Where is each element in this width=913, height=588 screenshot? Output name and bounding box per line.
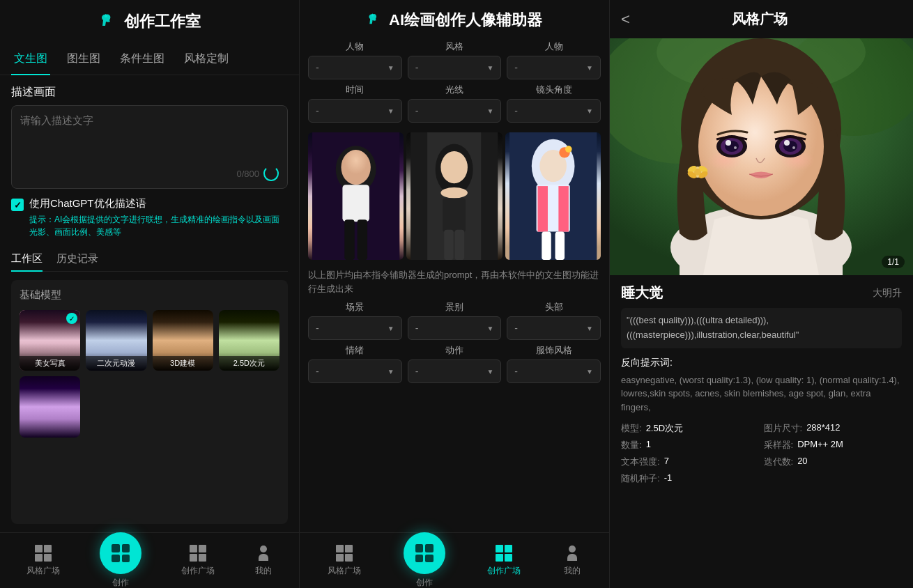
svg-point-23 [565,146,572,153]
svg-rect-5 [342,185,369,222]
panel-create-studio: 创作工作室 文生图 图生图 条件生图 风格定制 描述画面 0/800 ✓ 使用C… [0,0,300,588]
svg-point-40 [726,140,731,146]
arrow-emotion: ▼ [388,368,394,376]
chatgpt-checkbox[interactable]: ✓ [11,199,24,211]
dropdown-person2: 人物 - ▼ [507,40,601,79]
p2-nav-label-create-plaza: 创作广场 [487,565,521,577]
select-emotion[interactable]: - ▼ [308,359,402,383]
label-person1: 人物 [308,40,402,53]
fab-grid-icon [112,544,130,562]
arrow-person2: ▼ [586,64,593,72]
select-time[interactable]: - ▼ [308,99,402,123]
negative-label: 反向提示词: [621,357,902,369]
dropdown-row-1: 人物 - ▼ 风格 - ▼ 人物 - ▼ [300,40,609,79]
p2-nav-style-plaza[interactable]: 风格广场 [328,544,361,577]
select-style1[interactable]: - ▼ [408,56,502,79]
image-thumb-1[interactable] [308,132,404,260]
label-style1: 风格 [408,40,502,53]
label-scene: 场景 [308,301,402,314]
model-item-1[interactable]: 二次元动漫 [86,310,146,371]
p2-create-fab-button[interactable] [404,532,445,574]
arrow-scene: ▼ [388,325,394,332]
dropdown-row-3: 场景 - ▼ 景别 - ▼ 头部 - ▼ [300,301,609,340]
arrow-angle: ▼ [586,107,593,115]
dropdown-head: 头部 - ▼ [507,301,601,340]
p2-nav-create-plaza[interactable]: 创作广场 [487,544,521,577]
style-image-container: 1/1 [610,38,913,275]
nav-create-plaza[interactable]: 创作广场 [181,544,215,577]
select-angle[interactable]: - ▼ [507,99,601,123]
tab-text-to-image[interactable]: 文生图 [11,43,50,75]
p2-grid-icon [335,544,353,562]
dropdown-row-2: 时间 - ▼ 光线 - ▼ 镜头角度 - ▼ [300,84,609,123]
image-grid [300,127,609,265]
back-button[interactable]: < [621,10,630,29]
describe-label: 描述画面 [0,75,299,105]
svg-rect-21 [558,186,568,232]
model-label-3: 2.5D次元 [219,356,279,371]
style-info: 睡大觉 大明升 "(((best quality))),(((ultra det… [610,275,913,588]
model-item-3[interactable]: 2.5D次元 [219,310,279,371]
model-item-2[interactable]: 3D建模 [153,310,213,371]
image-thumb-2[interactable] [406,132,502,260]
dropdown-style1: 风格 - ▼ [408,40,502,79]
select-outfit[interactable]: - ▼ [507,359,601,383]
select-person1[interactable]: - ▼ [308,56,402,79]
param-steps: 迭代数: 20 [764,456,903,468]
params-grid: 模型: 2.5D次元 图片尺寸: 288*412 数量: 1 采样器: DPM+… [621,422,902,485]
panel1-header: 创作工作室 [0,0,299,43]
select-head[interactable]: - ▼ [507,316,601,340]
text-input-container: 0/800 [11,105,288,189]
model-label-0: 美女写真 [20,356,80,371]
nav-label-create-plaza: 创作广场 [181,565,215,577]
svg-rect-13 [443,198,466,231]
panel1-bottom-nav: 风格广场 创作 创作广场 [0,532,299,588]
horse-icon-2 [367,12,383,29]
label-head: 头部 [507,301,601,314]
portrait-svg [610,38,913,275]
ws-tab-workspace[interactable]: 工作区 [11,252,43,271]
model-item-4[interactable] [20,376,80,437]
describe-textarea[interactable] [20,114,279,170]
svg-rect-15 [455,230,464,260]
p2-grid-icon-2 [495,544,513,562]
tab-style-customize[interactable]: 风格定制 [181,43,231,75]
select-scene[interactable]: - ▼ [308,316,402,340]
refresh-icon[interactable] [263,166,279,181]
label-action: 动作 [408,344,502,357]
create-fab-button[interactable] [100,532,141,574]
style-prompt: "(((best quality))),(((ultra detailed)))… [621,308,902,348]
p2-nav-create-fab[interactable]: 创作 [404,532,445,588]
select-light[interactable]: - ▼ [408,99,502,123]
dropdown-angle: 镜头角度 - ▼ [507,84,601,123]
panel3-title: 风格广场 [638,10,881,29]
tab-condition-image[interactable]: 条件生图 [117,43,167,75]
select-shot[interactable]: - ▼ [408,316,502,340]
p2-nav-label-mine: 我的 [564,565,581,577]
arrow-outfit: ▼ [586,368,593,376]
nav-create-fab[interactable]: 创作 [100,532,141,588]
svg-point-41 [734,146,737,149]
svg-rect-20 [537,186,547,232]
nav-mine[interactable]: 我的 [254,544,273,577]
dropdown-shot: 景别 - ▼ [408,301,502,340]
param-size: 图片尺寸: 288*412 [764,422,903,435]
select-action[interactable]: - ▼ [408,359,502,383]
svg-point-12 [441,187,468,198]
chatgpt-label: 使用ChatGPT优化描述语 [29,197,288,210]
select-person2[interactable]: - ▼ [507,56,601,79]
image-thumb-3[interactable] [505,132,601,260]
nav-label-mine: 我的 [255,565,272,577]
ws-tab-history[interactable]: 历史记录 [56,252,98,271]
model-label-1: 二次元动漫 [86,356,146,371]
person-icon [254,544,273,562]
tab-image-to-image[interactable]: 图生图 [64,43,103,75]
dropdown-person1: 人物 - ▼ [308,40,402,79]
param-sampler: 采样器: DPM++ 2M [764,439,903,451]
p2-fab-icon [415,544,434,562]
label-outfit: 服饰风格 [507,344,601,357]
model-item-0[interactable]: ✓ 美女写真 [20,310,80,371]
nav-style-plaza[interactable]: 风格广场 [26,544,60,577]
svg-point-46 [792,146,795,149]
p2-nav-mine[interactable]: 我的 [563,544,581,577]
